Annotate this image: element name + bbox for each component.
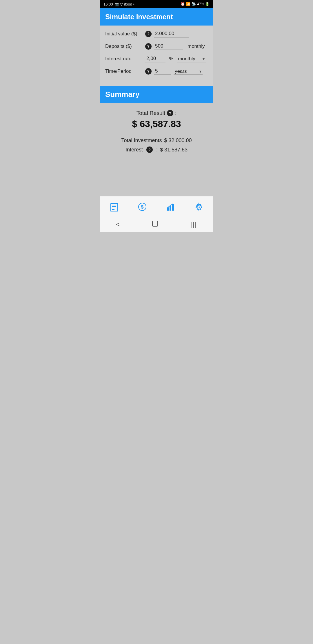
interest-label: Interest xyxy=(125,147,143,153)
battery-display: 47% xyxy=(197,2,204,6)
total-result-colon: : xyxy=(175,110,176,116)
total-result-label: Total Result xyxy=(137,110,165,116)
deposits-row: Deposits ($) ? monthly xyxy=(105,43,208,50)
initial-value-input[interactable] xyxy=(154,30,189,37)
interest-help-icon[interactable]: ? xyxy=(146,146,153,153)
gear-icon xyxy=(194,202,203,211)
summary-title: Summary xyxy=(105,90,140,99)
nav-item-list[interactable] xyxy=(105,200,123,214)
form-area: Initial value ($) ? Deposits ($) ? month… xyxy=(100,26,213,86)
svg-rect-11 xyxy=(152,221,158,226)
initial-value-label: Initial value ($) xyxy=(105,31,143,37)
time-period-unit-select[interactable]: years months xyxy=(174,68,203,75)
interest-value: $ 31,587.83 xyxy=(160,147,188,153)
total-result-value: $ 63,587.83 xyxy=(105,119,208,129)
nav-item-dollar[interactable]: $ xyxy=(133,200,152,214)
back-button[interactable]: < xyxy=(110,218,125,231)
time-period-help-icon[interactable]: ? xyxy=(145,68,152,75)
total-investments-label: Total Investments xyxy=(121,138,162,144)
svg-rect-8 xyxy=(170,206,171,211)
total-investments-row: Total Investments $ 32,000.00 xyxy=(105,138,208,144)
alarm-icon: ⏰ xyxy=(181,2,185,6)
initial-value-help-icon[interactable]: ? xyxy=(145,31,152,37)
total-investments-value: $ 32,000.00 xyxy=(164,138,192,144)
status-right: ⏰ 📶 📡 47% 🔋 xyxy=(181,2,210,6)
deposits-input[interactable] xyxy=(154,43,183,50)
svg-rect-9 xyxy=(172,204,174,211)
time-period-label: Time/Period xyxy=(105,68,143,74)
list-icon xyxy=(110,202,119,211)
deposits-help-icon[interactable]: ? xyxy=(145,43,152,50)
page-title: Simulate Investment xyxy=(105,13,173,21)
system-nav: < ||| xyxy=(100,217,213,232)
home-square-icon xyxy=(152,220,159,227)
svg-text:$: $ xyxy=(141,205,144,209)
time-period-input[interactable] xyxy=(154,68,171,75)
status-bar: 16:00 📷 ▽ ifood • ⏰ 📶 📡 47% 🔋 xyxy=(100,0,213,8)
home-button[interactable] xyxy=(146,218,164,231)
battery-icon: 🔋 xyxy=(205,2,210,6)
deposits-label: Deposits ($) xyxy=(105,44,143,49)
interest-row: Interest ? : $ 31,587.83 xyxy=(105,146,208,153)
interest-rate-label: Interest rate xyxy=(105,56,143,62)
dollar-circle-icon: $ xyxy=(138,202,147,211)
summary-header: Summary xyxy=(100,86,213,103)
total-result-help-icon[interactable]: ? xyxy=(167,110,173,116)
initial-value-row: Initial value ($) ? xyxy=(105,30,208,37)
status-time: 16:00 📷 ▽ ifood • xyxy=(103,2,134,6)
interest-rate-period-wrapper: monthly yearly xyxy=(177,55,206,62)
deposits-frequency: monthly xyxy=(188,44,205,49)
summary-body: Total Result ? : $ 63,587.83 Total Inves… xyxy=(100,103,213,179)
interest-rate-row: Interest rate % monthly yearly xyxy=(105,55,208,62)
recent-button[interactable]: ||| xyxy=(185,218,203,231)
interest-rate-period-select[interactable]: monthly yearly xyxy=(177,55,206,62)
time-display: 16:00 xyxy=(103,2,113,6)
wifi-icon: 📶 xyxy=(186,2,190,6)
status-icons: 📷 ▽ ifood • xyxy=(114,2,135,6)
interest-rate-input[interactable] xyxy=(145,55,165,62)
chart-icon xyxy=(166,202,175,211)
svg-rect-7 xyxy=(167,207,169,211)
svg-point-10 xyxy=(198,206,200,208)
time-period-row: Time/Period ? years months xyxy=(105,68,208,75)
nav-item-settings[interactable] xyxy=(190,200,208,214)
time-period-unit-wrapper: years months xyxy=(174,68,203,75)
interest-colon: : xyxy=(156,147,158,153)
svg-rect-0 xyxy=(111,203,118,211)
total-result-label-row: Total Result ? : xyxy=(105,110,208,116)
bottom-nav: $ xyxy=(100,196,213,217)
nav-item-chart[interactable] xyxy=(161,200,180,214)
app-header: Simulate Investment xyxy=(100,8,213,26)
percent-sign: % xyxy=(169,56,173,62)
signal-icon: 📡 xyxy=(192,2,196,6)
